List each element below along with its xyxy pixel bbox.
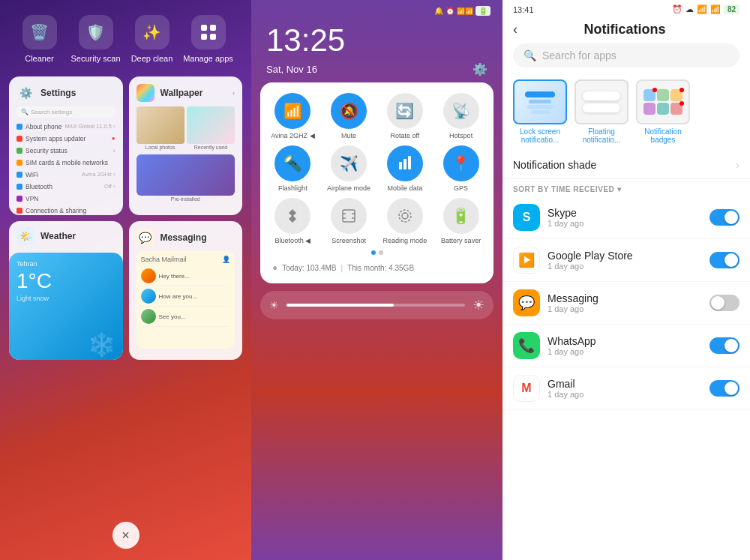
- floating-notif-card[interactable]: Floating notificatio...: [574, 79, 628, 144]
- settings-row[interactable]: Bluetooth Off ›: [16, 181, 116, 193]
- reading-mode-toggle[interactable]: Reading mode: [380, 198, 430, 244]
- settings-row[interactable]: SIM cards & mobile networks: [16, 157, 116, 169]
- skype-toggle[interactable]: [710, 209, 740, 226]
- manage-apps-button[interactable]: Manage apps: [180, 15, 236, 63]
- brightness-low-icon: ☀: [269, 299, 279, 311]
- svg-rect-5: [404, 159, 406, 169]
- battery-saver-toggle[interactable]: 🔋 Battery saver: [436, 198, 486, 244]
- wallpaper-app-icon: [136, 84, 154, 102]
- messaging-toggle[interactable]: [710, 295, 740, 311]
- messaging-notif-row[interactable]: 💬 Messaging 1 day ago: [502, 282, 750, 325]
- google-play-name: Google Play Store: [548, 250, 710, 262]
- whatsapp-notif-row[interactable]: 📞 WhatsApp 1 day ago: [502, 325, 750, 367]
- phone-status-bar: 🔔 ⏰ 📶📶 🔋: [251, 0, 502, 19]
- msg-row[interactable]: How are you...: [141, 286, 231, 307]
- settings-row[interactable]: Connection & sharing: [16, 205, 116, 215]
- mobile-data-toggle[interactable]: Mobile data: [380, 145, 430, 192]
- msg-row[interactable]: See you...: [141, 307, 231, 327]
- notification-badges-card[interactable]: Notification badges: [636, 79, 690, 144]
- settings-row[interactable]: Security status ›: [16, 145, 116, 157]
- gps-toggle[interactable]: 📍 GPS: [436, 145, 486, 192]
- wallpaper-thumb-3[interactable]: [136, 154, 236, 196]
- app-notif-list: S Skype 1 day ago ▶️ Google Play Store 1…: [502, 196, 750, 560]
- screenshot-toggle[interactable]: Screenshot: [324, 198, 374, 244]
- wallpaper-card[interactable]: Wallpaper ‹ Local photos Recently used P…: [129, 76, 243, 215]
- msg-person-icon: 👤: [222, 256, 230, 263]
- settings-gear-icon[interactable]: ⚙️: [472, 62, 488, 76]
- back-button[interactable]: ‹: [513, 22, 518, 37]
- close-button[interactable]: ×: [112, 522, 140, 549]
- msg-header: Sacha Mailmail 👤: [141, 256, 231, 263]
- battery-percentage: 82: [724, 4, 740, 14]
- wallpaper-card-header: Wallpaper ‹: [136, 84, 236, 102]
- hotspot-toggle[interactable]: 📡 Hotspot: [436, 93, 486, 139]
- wifi-icon: 📶: [274, 93, 310, 129]
- alarm-icon: ⏰: [672, 4, 682, 14]
- airplane-toggle[interactable]: ✈️ Airplane mode: [324, 145, 374, 192]
- wallpaper-thumb-2[interactable]: [187, 106, 235, 144]
- msg-avatar: [141, 309, 156, 324]
- svg-rect-2: [201, 34, 207, 40]
- settings-dot: [16, 208, 22, 214]
- battery-status: 🔋: [476, 6, 490, 16]
- wallpaper-grid: Local photos Recently used: [136, 106, 236, 150]
- phone-date-row: Sat, Nov 16 ⚙️: [251, 62, 502, 82]
- whatsapp-toggle[interactable]: [710, 337, 740, 354]
- wallpaper-thumb-1[interactable]: [136, 106, 184, 144]
- reading-mode-icon: [387, 198, 423, 234]
- settings-card[interactable]: ⚙️ Settings 🔍 Search settings About phon…: [9, 76, 123, 215]
- gmail-toggle[interactable]: [710, 380, 740, 397]
- cleaner-button[interactable]: 🗑️ Cleaner: [11, 15, 68, 63]
- toggle-knob: [711, 296, 724, 310]
- messaging-icon: 💬: [513, 289, 540, 316]
- gmail-time: 1 day ago: [548, 390, 710, 399]
- search-bar[interactable]: 🔍 Search for apps: [513, 43, 740, 67]
- lock-screen-label: Lock screen notificatio...: [513, 127, 567, 144]
- security-scan-button[interactable]: 🛡️ Security scan: [68, 15, 124, 63]
- dot-2: [379, 250, 383, 255]
- flashlight-toggle[interactable]: 🔦 Flashlight: [268, 145, 318, 192]
- messaging-card[interactable]: 💬 Messaging Sacha Mailmail 👤 Hey there..…: [129, 221, 243, 360]
- google-play-toggle[interactable]: [710, 252, 740, 268]
- settings-row[interactable]: WiFi Avina 2GHz ›: [16, 169, 116, 181]
- page-dots: [268, 250, 486, 255]
- skype-name: Skype: [548, 207, 710, 219]
- dot-1: [371, 250, 376, 255]
- settings-row[interactable]: System apps updater ●: [16, 133, 116, 145]
- security-scan-icon: 🛡️: [79, 15, 113, 49]
- settings-row[interactable]: About phone MIUI Global 11.0.5 ›: [16, 121, 116, 133]
- data-today: Today: 103.4MB: [282, 264, 336, 272]
- sort-header: SORT BY TIME RECEIVED ▾: [502, 179, 750, 196]
- google-play-notif-row[interactable]: ▶️ Google Play Store 1 day ago: [502, 239, 750, 282]
- msg-contact-name: Sacha Mailmail: [141, 256, 187, 263]
- search-placeholder: Search for apps: [542, 49, 616, 61]
- app-cards-grid: ⚙️ Settings 🔍 Search settings About phon…: [0, 70, 251, 366]
- skype-notif-row[interactable]: S Skype 1 day ago: [502, 196, 750, 239]
- messaging-name: Messaging: [548, 292, 710, 304]
- airplane-icon: ✈️: [331, 145, 367, 181]
- lock-screen-preview: [513, 79, 567, 124]
- brightness-bar[interactable]: ☀ ☀: [260, 291, 494, 319]
- msg-row[interactable]: Hey there...: [141, 266, 231, 286]
- weather-description: Light snow: [16, 295, 116, 302]
- deep-clean-button[interactable]: ✨ Deep clean: [124, 15, 180, 63]
- toggle-row-2: 🔦 Flashlight ✈️ Airplane mode Mobile dat…: [268, 145, 486, 192]
- skype-icon: S: [513, 204, 540, 231]
- bluetooth-icon: [274, 198, 310, 234]
- lock-screen-notif-card[interactable]: Lock screen notificatio...: [513, 79, 567, 144]
- notification-shade-row[interactable]: Notification shade ›: [502, 151, 750, 179]
- badge-icon: [644, 89, 656, 101]
- weather-card[interactable]: 🌤️ Weather Tehran 1°C Light snow ❄️: [9, 221, 123, 360]
- settings-search-bar[interactable]: 🔍 Search settings: [16, 106, 116, 118]
- messaging-content: Sacha Mailmail 👤 Hey there... How are yo…: [136, 251, 236, 349]
- whatsapp-name: WhatsApp: [548, 335, 710, 347]
- bluetooth-toggle[interactable]: Bluetooth ◀: [268, 198, 318, 244]
- rotate-toggle[interactable]: 🔄 Rotate off: [380, 93, 430, 139]
- recently-used-label: Recently used: [187, 145, 235, 150]
- settings-row[interactable]: VPN: [16, 193, 116, 205]
- gmail-notif-row[interactable]: M Gmail 1 day ago: [502, 367, 750, 410]
- wifi-toggle[interactable]: 📶 Avina 2GHZ ◀: [268, 93, 318, 139]
- whatsapp-info: WhatsApp 1 day ago: [548, 335, 710, 356]
- battery-saver-label: Battery saver: [441, 237, 481, 244]
- mute-toggle[interactable]: 🔕 Mute: [324, 93, 374, 139]
